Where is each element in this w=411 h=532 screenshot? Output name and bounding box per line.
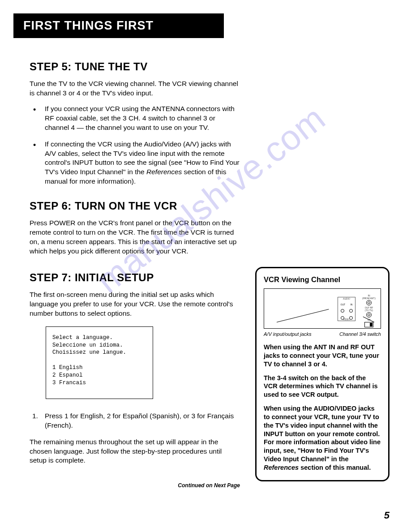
sidebar-p3b: section of this manual. xyxy=(299,464,371,471)
step5-bullet-1: If you connect your VCR using the ANTENN… xyxy=(30,104,240,133)
step5-references: References xyxy=(146,168,182,176)
av-jack-icon xyxy=(341,309,344,313)
caption-left: A/V input/output jacks xyxy=(264,331,311,337)
language-menu-box: Select a language. Seleccione un idioma.… xyxy=(46,326,153,399)
step5-bullet-2: If connecting the VCR using the Audio/Vi… xyxy=(30,140,240,187)
av-jack-icon xyxy=(349,309,353,313)
in-label: IN xyxy=(350,304,352,306)
rf-panel: IN (FROM ANT.) OUT RF (TO TV) CH xyxy=(360,294,378,327)
step6-heading: STEP 6: TURN ON THE VCR xyxy=(30,200,240,212)
step7-heading: STEP 7: INITIAL SETUP xyxy=(30,271,240,284)
caption-right: Channel 3/4 switch xyxy=(339,331,381,337)
vcr-back-diagram: AUDIO OUTIN VIDEO IN (FROM ANT.) OUT RF … xyxy=(264,288,381,329)
continued-note: Continued on Next Page xyxy=(30,482,240,489)
step7-numbered-list: Press 1 for English, 2 for Español (Span… xyxy=(30,412,240,430)
audio-label: AUDIO xyxy=(338,298,355,300)
sidebar-references: References xyxy=(264,464,299,471)
leader-line-icon xyxy=(277,309,329,322)
sidebar-p3a: When using the AUDIO/VIDEO jacks to conn… xyxy=(264,405,381,463)
av-jack-panel: AUDIO OUTIN VIDEO xyxy=(338,297,355,321)
diagram-captions: A/V input/output jacks Channel 3/4 switc… xyxy=(264,331,381,337)
video-label: VIDEO xyxy=(338,318,355,321)
step7-outro: The remaining menus throughout the set u… xyxy=(30,438,240,466)
sidebar-para-2: The 3-4 switch on the back of the VCR de… xyxy=(264,374,381,399)
section-banner: FIRST THINGS FIRST xyxy=(13,13,224,38)
channel-switch-icon xyxy=(364,322,373,327)
vcr-channel-sidebar: VCR Viewing Channel AUDIO OUTIN VIDEO IN… xyxy=(255,267,390,481)
out-rf-label: OUT RF (TO TV) xyxy=(360,306,378,312)
step6-para: Press POWER on the VCR's front panel or … xyxy=(30,219,240,256)
in-from-ant-label: IN (FROM ANT.) xyxy=(360,294,378,300)
sidebar-title: VCR Viewing Channel xyxy=(264,275,381,284)
step5-intro: Tune the TV to the VCR viewing channel. … xyxy=(30,79,240,98)
main-column: STEP 5: TUNE THE TV Tune the TV to the V… xyxy=(30,60,240,489)
sidebar-para-1: When using the ANT IN and RF OUT jacks t… xyxy=(264,343,381,369)
step5-heading: STEP 5: TUNE THE TV xyxy=(30,60,240,73)
page-number: 5 xyxy=(384,510,390,521)
step5-bullet-list: If you connect your VCR using the ANTENN… xyxy=(30,104,240,186)
sidebar-para-3: When using the AUDIO/VIDEO jacks to conn… xyxy=(264,404,381,472)
rf-jack-icon xyxy=(366,300,372,305)
rf-jack-icon xyxy=(366,312,372,317)
out-label: OUT xyxy=(341,304,346,306)
step7-item-1: Press 1 for English, 2 for Español (Span… xyxy=(30,412,240,430)
step7-intro: The first on-screen menu during the init… xyxy=(30,290,240,318)
